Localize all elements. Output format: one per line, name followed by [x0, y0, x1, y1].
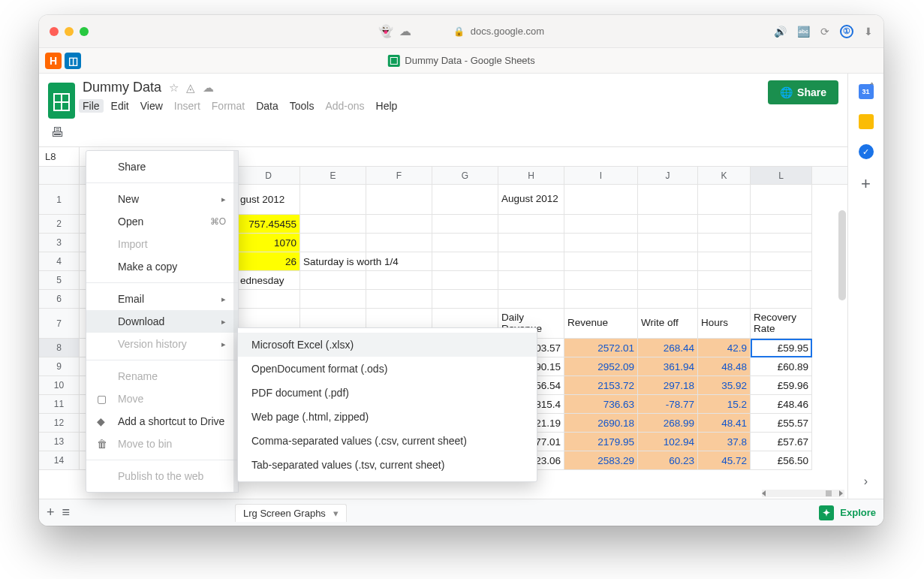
cell-H2[interactable] — [498, 215, 564, 234]
column-header-L[interactable]: L — [751, 167, 812, 184]
download-option-microsoft-excel-xlsx-[interactable]: Microsoft Excel (.xlsx) — [238, 333, 537, 357]
print-icon[interactable]: 🖶 — [51, 125, 65, 140]
file-menu-new[interactable]: New▸ — [86, 188, 238, 210]
cell-J7[interactable]: Write off — [638, 309, 698, 339]
download-option-opendocument-format-ods-[interactable]: OpenDocument format (.ods) — [238, 357, 537, 381]
pinned-tab-hn[interactable]: H — [45, 53, 62, 69]
cell-F2[interactable] — [366, 215, 432, 234]
sheets-logo-icon[interactable] — [48, 83, 75, 119]
row-header-8[interactable]: 8 — [39, 339, 79, 357]
cell-I3[interactable] — [564, 234, 638, 252]
cell-J1[interactable] — [638, 185, 698, 215]
cell-I6[interactable] — [564, 290, 638, 309]
menu-edit[interactable]: Edit — [111, 100, 129, 112]
menu-data[interactable]: Data — [256, 100, 278, 112]
keep-icon[interactable] — [859, 114, 874, 129]
row-header-2[interactable]: 2 — [39, 215, 79, 234]
cell-H3[interactable] — [498, 234, 564, 252]
cell-D6[interactable] — [237, 290, 300, 309]
cell-I13[interactable]: 2179.95 — [564, 433, 638, 451]
menu-view[interactable]: View — [140, 100, 163, 112]
column-header-D[interactable]: D — [237, 167, 300, 184]
cell-L11[interactable]: £48.46 — [751, 395, 812, 414]
cell-J4[interactable] — [638, 252, 698, 271]
cell-L10[interactable]: £59.96 — [751, 376, 812, 395]
row-header-4[interactable]: 4 — [39, 252, 79, 271]
cell-I14[interactable]: 2583.29 — [564, 451, 638, 470]
cell-H6[interactable] — [498, 290, 564, 309]
column-header-K[interactable]: K — [698, 167, 751, 184]
cell-G2[interactable] — [432, 215, 498, 234]
row-header-9[interactable]: 9 — [39, 357, 79, 376]
cell-H4[interactable] — [498, 252, 564, 271]
cell-K9[interactable]: 48.48 — [698, 357, 751, 376]
reload-icon[interactable]: ⟳ — [820, 26, 829, 38]
cell-D2[interactable]: 757.45455 — [237, 215, 300, 234]
cell-J14[interactable]: 60.23 — [638, 451, 698, 470]
active-tab[interactable]: Dummy Data - Google Sheets — [387, 55, 534, 67]
cell-K7[interactable]: Hours — [698, 309, 751, 339]
row-header-12[interactable]: 12 — [39, 414, 79, 433]
translate-icon[interactable]: 🔤 — [797, 26, 810, 38]
cell-K10[interactable]: 35.92 — [698, 376, 751, 395]
cell-E6[interactable] — [300, 290, 366, 309]
close-window-button[interactable] — [50, 27, 59, 36]
file-menu-open[interactable]: Open⌘O — [86, 210, 238, 233]
cell-L9[interactable]: £60.89 — [751, 357, 812, 376]
cell-G1[interactable] — [432, 185, 498, 215]
cell-J12[interactable]: 268.99 — [638, 414, 698, 433]
cell-J5[interactable] — [638, 271, 698, 290]
row-header-6[interactable]: 6 — [39, 290, 79, 309]
add-addon-icon[interactable]: + — [861, 174, 871, 194]
cell-K12[interactable]: 48.41 — [698, 414, 751, 433]
cell-L14[interactable]: £56.50 — [751, 451, 812, 470]
column-header-G[interactable]: G — [432, 167, 498, 184]
cell-J3[interactable] — [638, 234, 698, 252]
menu-format[interactable]: Format — [212, 100, 245, 112]
add-sheet-button[interactable]: + — [47, 505, 55, 520]
scroll-left-icon[interactable] — [762, 490, 766, 496]
explore-button[interactable]: Explore — [819, 505, 876, 520]
select-all-corner[interactable] — [39, 167, 80, 184]
cell-I7[interactable]: Revenue — [564, 309, 638, 339]
cell-J13[interactable]: 102.94 — [638, 433, 698, 451]
scroll-right-icon[interactable] — [839, 490, 843, 496]
cell-D5[interactable]: ednesday — [237, 271, 300, 290]
cell-L1[interactable] — [751, 185, 812, 215]
star-icon[interactable]: ☆ — [169, 81, 179, 95]
cell-F3[interactable] — [366, 234, 432, 252]
cell-E4[interactable]: Saturday is worth 1/4 — [300, 252, 366, 271]
menu-tools[interactable]: Tools — [290, 100, 315, 112]
column-header-I[interactable]: I — [564, 167, 638, 184]
cell-I8[interactable]: 2572.01 — [564, 339, 638, 357]
cell-I4[interactable] — [564, 252, 638, 271]
cell-L5[interactable] — [751, 271, 812, 290]
cell-D4[interactable]: 26 — [237, 252, 300, 271]
row-header-10[interactable]: 10 — [39, 376, 79, 395]
cell-K1[interactable] — [698, 185, 751, 215]
address-bar[interactable]: 👻 ☁ 🔒 docs.google.com — [378, 24, 544, 38]
cell-J9[interactable]: 361.94 — [638, 357, 698, 376]
column-header-F[interactable]: F — [366, 167, 432, 184]
file-menu-share[interactable]: Share — [86, 155, 238, 178]
cell-L4[interactable] — [751, 252, 812, 271]
share-button[interactable]: 🌐 Share — [768, 80, 838, 104]
document-title[interactable]: Dummy Data — [83, 80, 161, 95]
cell-I2[interactable] — [564, 215, 638, 234]
cell-G3[interactable] — [432, 234, 498, 252]
cloud-status-icon[interactable]: ☁ — [203, 81, 214, 95]
horizontal-scrollbar[interactable] — [762, 490, 844, 497]
sound-icon[interactable]: 🔊 — [774, 26, 787, 38]
downloads-icon[interactable]: ⬇ — [864, 26, 873, 38]
row-header-5[interactable]: 5 — [39, 271, 79, 290]
row-header-3[interactable]: 3 — [39, 234, 79, 252]
file-menu-email[interactable]: Email▸ — [86, 288, 238, 310]
menu-add-ons[interactable]: Add-ons — [325, 100, 364, 112]
tasks-icon[interactable] — [859, 144, 874, 159]
download-option-comma-separated-values-csv-current-sheet-[interactable]: Comma-separated values (.csv, current sh… — [238, 429, 537, 453]
cell-J2[interactable] — [638, 215, 698, 234]
cell-E5[interactable] — [300, 271, 366, 290]
download-option-web-page-html-zipped-[interactable]: Web page (.html, zipped) — [238, 405, 537, 429]
file-menu-add-a-shortcut-to-drive[interactable]: ◆Add a shortcut to Drive — [86, 410, 238, 433]
cell-K4[interactable] — [698, 252, 751, 271]
